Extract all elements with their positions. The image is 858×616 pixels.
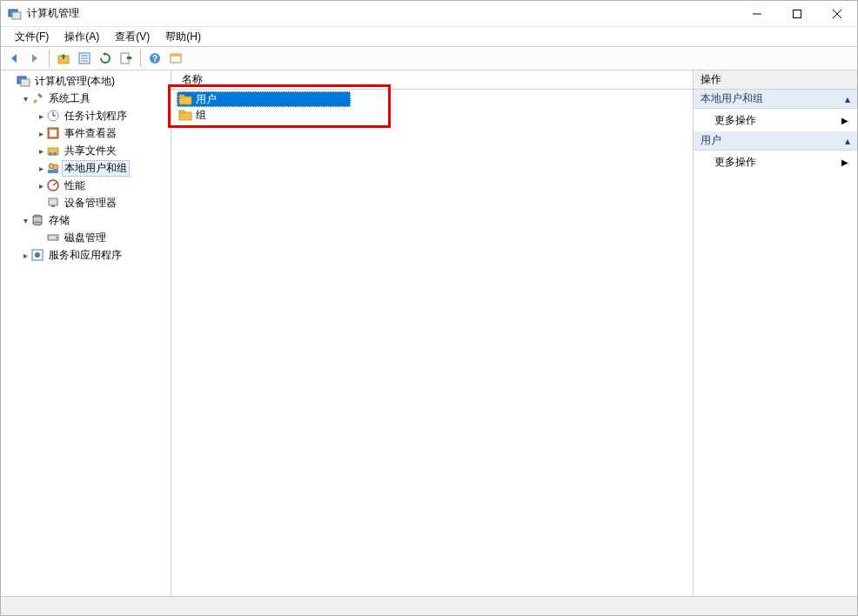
tree-system-tools[interactable]: ▾ 系统工具 — [1, 90, 171, 107]
svg-rect-43 — [179, 110, 184, 113]
tree-label: 存储 — [46, 212, 72, 229]
collapse-icon: ▴ — [845, 135, 850, 147]
action-pane: 操作 本地用户和组 ▴ 更多操作 ▶ 用户 ▴ 更多操作 ▶ — [694, 70, 857, 596]
tree-label: 本地用户和组 — [62, 160, 130, 177]
list-item-groups[interactable]: 组 — [177, 107, 687, 123]
chevron-right-icon: ▸ — [36, 164, 46, 173]
close-button[interactable] — [817, 1, 857, 26]
svg-text:?: ? — [152, 54, 158, 64]
tree-local-users-groups[interactable]: ▸ 本地用户和组 — [1, 159, 171, 177]
chevron-right-icon: ▶ — [841, 157, 848, 167]
computer-icon — [17, 74, 30, 88]
device-icon — [46, 196, 60, 210]
chevron-right-icon: ▸ — [36, 181, 46, 191]
action-more-actions-1[interactable]: 更多操作 ▶ — [694, 109, 857, 131]
tree-label: 性能 — [62, 177, 88, 194]
tree-disk-management[interactable]: 磁盘管理 — [1, 229, 171, 246]
show-hide-button[interactable] — [166, 49, 185, 68]
svg-rect-28 — [48, 170, 58, 173]
menubar: 文件(F) 操作(A) 查看(V) 帮助(H) — [1, 27, 857, 46]
tree-device-manager[interactable]: 设备管理器 — [1, 194, 171, 211]
tree-task-scheduler[interactable]: ▸ 任务计划程序 — [1, 107, 171, 124]
performance-icon — [46, 178, 60, 192]
tree-label: 事件查看器 — [62, 125, 119, 142]
disk-icon — [46, 231, 60, 244]
clock-icon — [46, 109, 60, 123]
help-button[interactable]: ? — [145, 49, 164, 68]
menu-view[interactable]: 查看(V) — [108, 28, 157, 46]
list-item-label: 组 — [196, 108, 206, 123]
tree-label: 设备管理器 — [62, 195, 119, 211]
tree-shared-folders[interactable]: ▸ 共享文件夹 — [1, 142, 171, 159]
action-section-local-users[interactable]: 本地用户和组 ▴ — [694, 90, 857, 109]
export-button[interactable] — [117, 49, 136, 68]
action-section-label: 本地用户和组 — [700, 91, 763, 106]
tree-label: 任务计划程序 — [62, 108, 130, 124]
menu-help[interactable]: 帮助(H) — [158, 28, 208, 46]
svg-rect-3 — [794, 10, 801, 17]
event-icon — [46, 126, 60, 140]
tree-services-apps[interactable]: ▸ 服务和应用程序 — [1, 246, 171, 264]
column-header-name[interactable]: 名称 — [171, 70, 693, 90]
properties-button[interactable] — [75, 49, 94, 68]
chevron-right-icon: ▸ — [20, 251, 30, 260]
list-item-users[interactable]: 用户 — [177, 91, 351, 107]
tree-event-viewer[interactable]: ▸ 事件查看器 — [1, 124, 171, 142]
svg-point-39 — [35, 252, 40, 258]
users-icon — [46, 161, 60, 175]
chevron-down-icon: ▾ — [20, 216, 30, 225]
folder-icon — [178, 92, 192, 106]
titlebar: 计算机管理 — [1, 1, 857, 27]
back-button[interactable] — [4, 49, 23, 68]
action-section-users[interactable]: 用户 ▴ — [694, 131, 857, 151]
action-section-label: 用户 — [700, 133, 721, 148]
menu-file[interactable]: 文件(F) — [8, 28, 56, 46]
storage-icon — [30, 213, 44, 227]
tree-storage[interactable]: ▾ 存储 — [1, 211, 171, 229]
maximize-button[interactable] — [777, 1, 817, 26]
app-icon — [8, 7, 22, 21]
services-icon — [30, 248, 44, 262]
action-item-label: 更多操作 — [714, 113, 756, 128]
collapse-icon: ▴ — [845, 93, 850, 105]
tree-label: 服务和应用程序 — [46, 247, 124, 264]
forward-button[interactable] — [25, 49, 44, 68]
list-item-label: 用户 — [196, 92, 217, 107]
window-title: 计算机管理 — [27, 6, 737, 21]
svg-rect-31 — [49, 198, 57, 205]
tools-icon — [30, 91, 44, 105]
svg-point-37 — [56, 237, 57, 238]
tree-root[interactable]: 计算机管理(本地) — [1, 72, 171, 90]
chevron-right-icon: ▸ — [36, 111, 46, 121]
svg-rect-17 — [21, 79, 30, 86]
svg-point-25 — [53, 152, 57, 156]
up-button[interactable] — [54, 49, 73, 68]
chevron-right-icon: ▸ — [36, 146, 46, 156]
shared-folder-icon — [46, 144, 60, 157]
minimize-button[interactable] — [737, 1, 777, 26]
toolbar: ? — [1, 46, 857, 70]
tree-label: 共享文件夹 — [62, 143, 119, 159]
svg-rect-32 — [51, 205, 55, 207]
svg-rect-22 — [50, 130, 57, 137]
chevron-right-icon: ▶ — [841, 116, 848, 125]
svg-point-35 — [33, 222, 42, 225]
chevron-down-icon: ▾ — [20, 94, 30, 104]
tree-label: 磁盘管理 — [62, 230, 109, 246]
list-pane: 名称 用户 组 — [171, 70, 694, 596]
svg-point-27 — [53, 164, 58, 170]
svg-rect-1 — [12, 12, 21, 19]
tree-label: 计算机管理(本地) — [32, 73, 117, 90]
action-more-actions-2[interactable]: 更多操作 ▶ — [694, 151, 857, 173]
svg-point-24 — [49, 152, 52, 156]
tree-label: 系统工具 — [46, 90, 93, 107]
menu-action[interactable]: 操作(A) — [57, 28, 106, 46]
action-pane-title: 操作 — [694, 70, 857, 90]
refresh-button[interactable] — [96, 49, 115, 68]
chevron-right-icon: ▸ — [36, 129, 46, 138]
tree-pane: 计算机管理(本地) ▾ 系统工具 ▸ 任务计划程序 ▸ 事件查看器 ▸ 共享文件… — [1, 70, 171, 596]
action-item-label: 更多操作 — [714, 155, 756, 170]
statusbar — [1, 596, 857, 615]
tree-performance[interactable]: ▸ 性能 — [1, 177, 171, 194]
svg-rect-15 — [171, 54, 181, 57]
